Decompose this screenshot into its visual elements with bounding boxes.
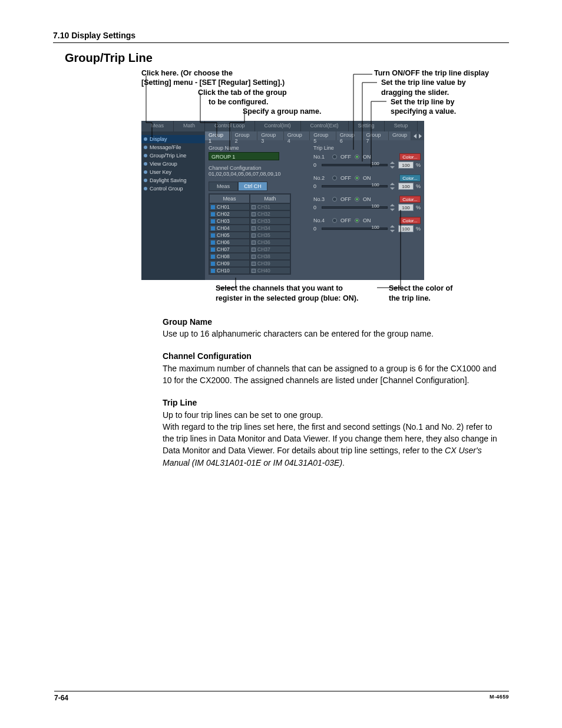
tab-meas[interactable]: Meas [141,121,174,131]
sidebar-item-message-file[interactable]: Message/File [141,143,205,151]
group-tab-7[interactable]: Group 7 [362,131,389,140]
channel-config-label: Channel Configuration [209,165,308,171]
tab-control-loop[interactable]: Control Loop [205,121,255,131]
checkbox-icon [211,262,215,266]
trip-slider[interactable]: 100 [322,228,388,230]
ch-meas-10[interactable]: CH10 [209,267,250,274]
sidebar-label: Message/File [150,144,181,150]
trip-row-2: No.2 OFF ON Color... 0 100 100 % [313,174,421,190]
ch-meas-06[interactable]: CH06 [209,239,250,246]
trip-no: No.2 [313,175,329,181]
color-button[interactable]: Color... [399,217,421,224]
group-tab-2[interactable]: Group 2 [232,131,258,140]
subtab-ctrl-ch[interactable]: Ctrl CH [238,182,267,191]
value-stepper[interactable] [390,183,396,190]
group-tab-nav [411,131,424,140]
tab-control-ext[interactable]: Control(Ext) [301,121,349,131]
sidebar-item-display[interactable]: Display [141,135,205,143]
ch-math-32[interactable]: CH32 [250,210,290,218]
group-tab-5[interactable]: Group 5 [310,131,336,140]
ch-meas-04[interactable]: CH04 [209,225,250,232]
ch-label: CH01 [217,204,230,210]
group-tab-3[interactable]: Group 3 [257,131,284,140]
sidebar-item-view-group[interactable]: View Group [141,160,205,168]
tab-control-int[interactable]: Control(Int) [255,121,301,131]
ch-math-36[interactable]: CH36 [250,239,290,246]
sidebar-label: Control Group [150,186,183,192]
group-tab-more[interactable]: Group [389,131,411,140]
ch-math-38[interactable]: CH38 [250,253,290,260]
tab-setting[interactable]: Setting [349,121,385,131]
color-button[interactable]: Color... [399,153,421,160]
ch-math-40[interactable]: CH40 [250,267,290,274]
callout-select-channels-2: register in the selected group (blue: ON… [216,294,389,303]
ch-label: CH10 [217,268,230,274]
trip-value-input[interactable]: 100 [398,162,414,169]
trip-value-input[interactable]: 100 [398,183,414,190]
checkbox-icon [252,269,256,273]
trip-value-input[interactable]: 100 [398,225,414,232]
color-button[interactable]: Color... [399,196,421,203]
ch-math-33[interactable]: CH33 [250,218,290,225]
chevron-left-icon[interactable] [414,134,416,139]
tab-setup[interactable]: Setup [385,121,418,131]
ch-meas-09[interactable]: CH09 [209,260,250,267]
subtab-meas[interactable]: Meas [209,182,238,191]
group-tab-4[interactable]: Group 4 [284,131,310,140]
ch-meas-01[interactable]: CH01 [209,203,250,210]
ch-meas-05[interactable]: CH05 [209,232,250,239]
sidebar-item-group-trip[interactable]: Group/Trip Line [141,151,205,160]
sidebar-item-user-key[interactable]: User Key [141,168,205,176]
group-tab-1[interactable]: Group 1 [205,131,232,140]
on-label: ON [363,218,371,223]
ch-label: CH09 [217,261,230,266]
value-stepper[interactable] [390,204,396,211]
radio-on[interactable] [355,197,359,202]
trip-value-input[interactable]: 100 [398,204,414,211]
para-group-name: Use up to 16 alphanumeric characters can… [163,328,504,340]
trip-slider[interactable]: 100 [322,164,388,166]
radio-on[interactable] [355,218,359,223]
radio-off[interactable] [332,154,337,159]
radio-off[interactable] [332,218,337,223]
ch-label: CH07 [217,246,230,252]
sidebar-item-daylight[interactable]: Daylight Saving [141,176,205,185]
ch-meas-08[interactable]: CH08 [209,253,250,260]
callout-click-here-1: Click here. (Or choose the [141,68,372,78]
trip-slider[interactable]: 100 [322,185,388,187]
radio-on[interactable] [355,176,359,180]
ch-math-34[interactable]: CH34 [250,225,290,232]
trip-slider[interactable]: 100 [322,206,388,209]
ch-meas-07[interactable]: CH07 [209,246,250,253]
ch-math-35[interactable]: CH35 [250,232,290,239]
radio-on[interactable] [355,154,359,159]
checkbox-icon [252,226,256,230]
color-button[interactable]: Color... [399,174,421,182]
chevron-right-icon[interactable] [419,134,422,139]
ch-meas-03[interactable]: CH03 [209,218,250,225]
checkbox-icon [252,219,256,223]
ch-label: CH38 [257,253,270,259]
chevron-up-icon [390,204,395,206]
sidebar-item-control-group[interactable]: Control Group [141,185,205,193]
radio-off[interactable] [332,176,337,180]
value-stepper[interactable] [390,162,396,169]
channel-config-value: 01,02,03,04,05,06,07,08,09,10 [209,171,308,177]
ch-math-39[interactable]: CH39 [250,260,290,267]
callout-select-channels-1: Select the channels that you want to [216,284,389,293]
trip-row-3: No.3 OFF ON Color... 0 100 100 % [313,196,421,211]
ch-meas-02[interactable]: CH02 [209,210,250,218]
group-tab-6[interactable]: Group 6 [336,131,363,140]
ch-math-31[interactable]: CH31 [250,203,290,210]
ch-math-37[interactable]: CH37 [250,246,290,253]
value-stepper[interactable] [390,225,396,232]
group-name-label: Group Name [209,145,308,151]
doc-id: M-4659 [490,694,509,702]
bottom-callouts: Select the channels that you want to reg… [141,284,495,303]
group-name-input[interactable]: GROUP 1 [209,152,279,160]
radio-off[interactable] [332,197,337,202]
sidebar-label: User Key [150,169,171,175]
tab-math[interactable]: Math [174,121,205,131]
trip-row-1: No.1 OFF ON Color... 0 100 100 % [313,153,421,169]
section-title: Group/Trip Line [65,51,509,65]
